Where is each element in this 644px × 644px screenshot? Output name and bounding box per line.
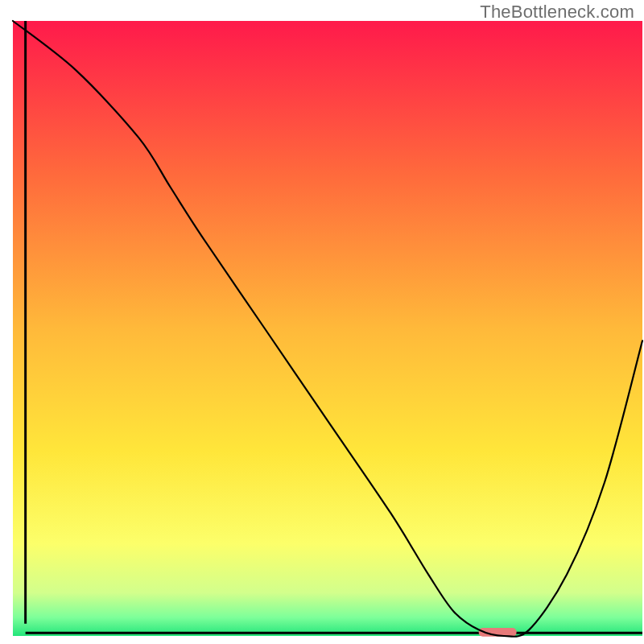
bottleneck-chart [0, 0, 644, 644]
watermark-text: TheBottleneck.com [480, 2, 634, 23]
plot-background [13, 21, 642, 636]
chart-container: TheBottleneck.com [0, 0, 644, 644]
